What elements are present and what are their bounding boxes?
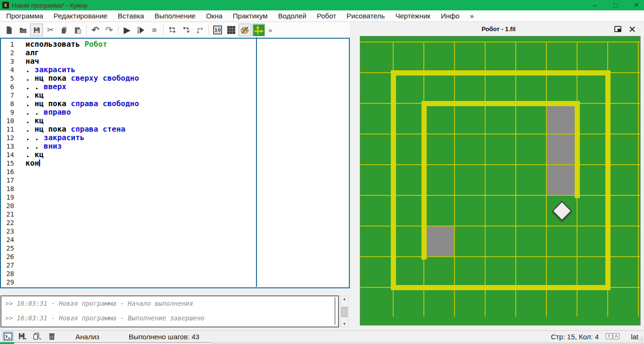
menu-item-11[interactable]: » [465,10,479,21]
code-token: вправо [44,108,71,117]
editor-row[interactable]: 4. закрасить [1,66,349,74]
editor-row[interactable]: 14. кц [1,151,349,159]
menu-item-7[interactable]: Робот [312,10,341,21]
stop-button[interactable]: ■ [148,24,161,36]
code-line: . . закрасить [25,134,84,142]
editor-row[interactable]: 6. . вверх [1,83,349,91]
line-number: 13 [1,143,18,150]
robot-field[interactable] [360,36,641,326]
editor-row[interactable]: 21 [1,210,349,218]
editor-row[interactable]: 27 [1,261,349,269]
editor-row[interactable]: 16 [1,168,349,176]
minimize-button[interactable]: – [591,0,599,10]
editor-row[interactable]: 3нач [1,57,349,66]
line-number: 5 [1,75,18,82]
menu-item-6[interactable]: Водолей [273,10,312,21]
robot-window-header[interactable]: Робот - 1.fil [355,23,643,35]
console-caret [335,297,335,325]
palette-button[interactable] [239,24,251,36]
editor-row[interactable]: 7. кц [1,91,349,100]
editor-row[interactable]: 19 [1,193,349,201]
scroll-up-icon[interactable]: ▲ [341,297,348,301]
robot-close-button[interactable] [628,25,636,33]
editor-row[interactable]: 18 [1,185,349,193]
grid-line-v [638,42,639,317]
scroll-down-icon[interactable]: ▼ [341,322,348,326]
resize-grip[interactable] [639,337,643,341]
paste-icon [74,26,82,34]
toolbar-separator [86,25,87,35]
menu-item-2[interactable]: Вставка [113,10,149,21]
line-numbers-button[interactable]: 10 [211,24,224,36]
new-file-button[interactable] [3,24,16,36]
editor-row[interactable]: 22 [1,218,349,227]
undo-button[interactable]: ↶ [89,24,102,36]
editor-row[interactable]: 12. . закрасить [1,134,349,142]
save-file-button[interactable] [30,24,43,36]
menu-item-0[interactable]: Программа [1,10,49,21]
line-number: 22 [1,219,18,227]
robot-field-button[interactable] [252,24,265,36]
run-button[interactable]: ▶ [121,24,133,36]
wall [421,101,427,260]
editor-row[interactable]: 26 [1,252,349,261]
line-number: 7 [1,92,18,99]
console-scrollbar[interactable]: ▲ ▼ [340,296,348,327]
menu-item-8[interactable]: Рисователь [341,10,390,21]
field-grid-button[interactable] [225,24,238,36]
editor-row[interactable]: 25 [1,244,349,252]
paste-button[interactable] [71,24,84,36]
step-out-button[interactable] [193,24,206,36]
undock-button[interactable] [614,25,621,33]
line-number: 3 [1,58,18,65]
editor-row[interactable]: 24 [1,235,349,244]
menu-item-10[interactable]: Инфо [436,10,465,21]
cut-button[interactable]: ✂ [44,24,57,36]
code-editor[interactable]: 1использовать Робот2алг3нач4. закрасить5… [0,38,350,288]
menu-item-5[interactable]: Практикум [228,10,273,21]
robot[interactable] [552,201,572,221]
toolbar-overflow-button[interactable]: » [268,26,272,34]
maximize-button[interactable]: □ [612,0,619,10]
save-protocol-button[interactable] [17,332,28,341]
step-in-button[interactable] [180,24,192,36]
clear-protocol-button[interactable] [47,332,57,341]
step-button[interactable] [166,24,179,36]
grid-line-v [485,42,486,317]
console-panel[interactable]: >> 16:03:31 - Новая программа - Начало в… [0,295,339,327]
clear-protocol-icon [49,333,55,340]
run-icon: ▶ [124,25,131,34]
open-file-button[interactable] [17,24,29,36]
editor-row[interactable]: 23 [1,227,349,235]
show-protocol-button[interactable] [3,332,13,341]
copy-protocol-button[interactable] [32,332,42,341]
editor-row[interactable]: 5. нц пока сверху свободно [1,74,349,83]
editor-row[interactable]: 29 [1,278,349,286]
menu-item-4[interactable]: Окна [201,10,228,21]
run-steps-button[interactable] [134,24,147,36]
editor-row[interactable]: 11. нц пока справа стена [1,125,349,134]
redo-button[interactable]: ↷ [103,24,116,36]
editor-row[interactable]: 20 [1,201,349,210]
menu-item-1[interactable]: Редактирование [49,10,113,21]
editor-row[interactable]: 15кон [1,159,349,168]
line-number: 19 [1,193,18,201]
new-file-icon [5,26,13,34]
editor-row[interactable]: 17 [1,176,349,185]
editor-row[interactable]: 13. . вниз [1,142,349,151]
code-token: справа свободно [71,99,139,108]
grid-line-h [360,226,640,227]
editor-row[interactable]: 2алг [1,49,349,57]
scrollbar-thumb[interactable] [341,307,347,317]
editor-row[interactable]: 8. нц пока справа свободно [1,100,349,108]
editor-row[interactable]: 9. . вправо [1,108,349,117]
code-token: сверху свободно [71,74,139,83]
close-button[interactable]: × [633,0,640,10]
line-number: 2 [1,49,18,57]
editor-row[interactable]: 10. кц [1,117,349,125]
menu-item-3[interactable]: Выполнение [149,10,201,21]
menu-item-9[interactable]: Чертежник [390,10,436,21]
editor-row[interactable]: 1использовать Робот [1,40,349,49]
editor-row[interactable]: 28 [1,269,349,278]
copy-button[interactable] [58,24,70,36]
